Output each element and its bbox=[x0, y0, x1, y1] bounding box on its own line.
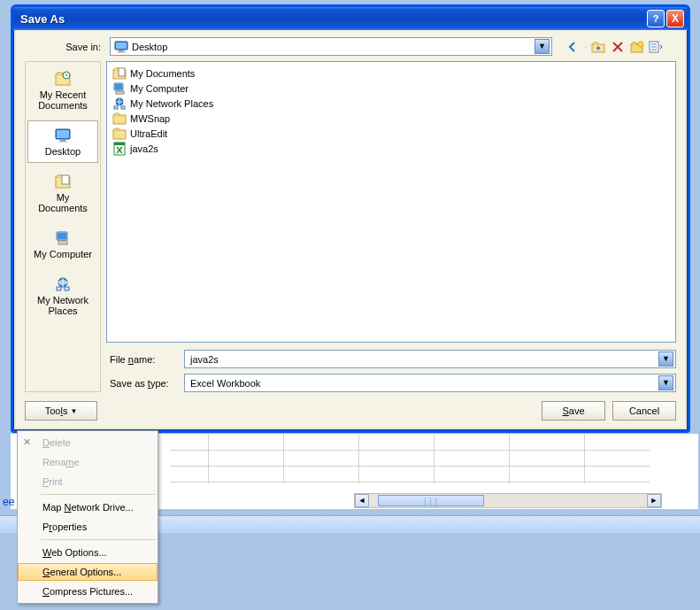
svg-rect-2 bbox=[119, 50, 124, 52]
saveastype-value: Excel Workbook bbox=[190, 378, 260, 389]
place-label: My Documents bbox=[32, 192, 94, 213]
svg-rect-29 bbox=[115, 84, 122, 89]
chevron-down-icon: ▼ bbox=[70, 407, 77, 415]
place-my-network[interactable]: My Network Places bbox=[27, 269, 98, 322]
mycomputer-icon bbox=[54, 229, 72, 247]
delete-icon: ✕ bbox=[23, 436, 31, 448]
svg-rect-15 bbox=[60, 140, 65, 142]
save-as-dialog: Save As ? X Save in: Desktop ▼ · bbox=[11, 4, 690, 433]
menu-delete: ✕ Delete bbox=[18, 433, 158, 452]
save-in-combo[interactable]: Desktop ▼ bbox=[110, 37, 552, 56]
svg-rect-25 bbox=[65, 287, 69, 290]
file-name: My Network Places bbox=[130, 98, 213, 109]
svg-point-6 bbox=[638, 42, 643, 47]
close-button[interactable]: X bbox=[666, 10, 684, 27]
menu-web-options[interactable]: Web Options... bbox=[18, 543, 158, 562]
svg-rect-21 bbox=[58, 241, 67, 244]
chevron-down-icon[interactable]: ▼ bbox=[535, 39, 550, 54]
scroll-thumb[interactable]: ┆┆┆ bbox=[378, 495, 484, 506]
file-name: java2s bbox=[130, 143, 158, 154]
menu-general-options[interactable]: General Options... bbox=[18, 563, 158, 581]
delete-icon[interactable] bbox=[610, 39, 626, 55]
save-in-value: Desktop bbox=[132, 42, 167, 52]
mycomputer-icon bbox=[112, 81, 127, 96]
folder-icon bbox=[112, 127, 127, 141]
menu-print: Print bbox=[18, 472, 158, 491]
file-name: My Documents bbox=[130, 68, 195, 79]
network-icon bbox=[112, 97, 127, 111]
svg-rect-33 bbox=[121, 106, 125, 109]
list-item[interactable]: My Documents bbox=[112, 66, 670, 81]
place-label: Desktop bbox=[45, 146, 81, 157]
svg-rect-20 bbox=[58, 233, 66, 239]
file-name: My Computer bbox=[130, 83, 188, 94]
dialog-title: Save As bbox=[20, 12, 645, 26]
save-button[interactable]: Save bbox=[542, 401, 605, 421]
desktop-icon bbox=[54, 127, 72, 144]
excel-icon bbox=[112, 142, 127, 156]
svg-rect-1 bbox=[116, 42, 127, 49]
list-item[interactable]: MWSnap bbox=[112, 111, 670, 126]
menu-separator bbox=[41, 539, 156, 540]
views-icon[interactable] bbox=[649, 39, 665, 55]
place-my-computer[interactable]: My Computer bbox=[27, 223, 98, 266]
network-icon bbox=[54, 275, 72, 293]
svg-rect-27 bbox=[119, 68, 125, 76]
menu-properties[interactable]: Properties bbox=[18, 517, 158, 537]
list-item[interactable]: My Network Places bbox=[112, 96, 670, 111]
scroll-right-icon[interactable]: ► bbox=[647, 494, 661, 507]
list-item[interactable]: UltraEdit bbox=[112, 126, 670, 141]
menu-separator bbox=[41, 494, 156, 495]
svg-rect-32 bbox=[114, 106, 118, 109]
new-folder-icon[interactable] bbox=[629, 39, 645, 55]
titlebar: Save As ? X bbox=[13, 7, 688, 30]
place-label: My Network Places bbox=[32, 295, 94, 316]
svg-rect-16 bbox=[58, 142, 67, 143]
file-name: MWSnap bbox=[130, 113, 170, 124]
place-label: My Recent Documents bbox=[32, 89, 94, 111]
svg-rect-14 bbox=[57, 130, 69, 138]
list-item[interactable]: My Computer bbox=[112, 81, 670, 96]
up-folder-icon[interactable] bbox=[590, 39, 606, 55]
places-bar: My Recent Documents Desktop My Documents… bbox=[25, 61, 101, 392]
place-label: My Computer bbox=[34, 249, 92, 259]
desktop-icon bbox=[114, 40, 128, 54]
place-my-documents[interactable]: My Documents bbox=[27, 166, 98, 220]
recent-icon bbox=[54, 70, 72, 88]
cancel-button[interactable]: Cancel bbox=[612, 401, 676, 421]
list-item[interactable]: java2s bbox=[112, 141, 670, 156]
sheet-tab-link[interactable]: ee bbox=[0, 496, 17, 508]
mydocs-icon bbox=[54, 173, 72, 190]
place-desktop[interactable]: Desktop bbox=[27, 120, 98, 163]
save-in-label: Save in: bbox=[25, 42, 104, 52]
svg-rect-24 bbox=[57, 287, 61, 290]
saveastype-label: Save as type: bbox=[106, 378, 177, 389]
menu-compress-pictures[interactable]: Compress Pictures... bbox=[18, 582, 158, 601]
filename-input[interactable]: java2s ▼ bbox=[184, 350, 676, 368]
horizontal-scrollbar[interactable]: ◄ ┆┆┆ ► bbox=[354, 493, 662, 508]
tools-button[interactable]: Tools▼ bbox=[25, 401, 97, 421]
chevron-down-icon[interactable]: ▼ bbox=[658, 351, 673, 367]
filename-label: File name: bbox=[106, 354, 177, 365]
help-button[interactable]: ? bbox=[647, 10, 665, 27]
svg-rect-37 bbox=[114, 143, 125, 145]
svg-rect-34 bbox=[113, 115, 126, 124]
tools-menu: ✕ Delete Rename Print Map Network Drive.… bbox=[17, 430, 158, 604]
back-icon[interactable] bbox=[565, 39, 581, 55]
menu-rename: Rename bbox=[18, 452, 158, 472]
svg-rect-18 bbox=[62, 175, 69, 184]
place-recent-documents[interactable]: My Recent Documents bbox=[27, 64, 98, 117]
svg-rect-35 bbox=[113, 130, 126, 139]
saveastype-combo[interactable]: Excel Workbook ▼ bbox=[184, 374, 676, 392]
file-name: UltraEdit bbox=[130, 128, 167, 139]
menu-map-network-drive[interactable]: Map Network Drive... bbox=[18, 498, 158, 517]
mydocs-icon bbox=[112, 66, 127, 81]
filename-value: java2s bbox=[190, 354, 219, 365]
svg-rect-30 bbox=[116, 91, 124, 94]
folder-icon bbox=[112, 112, 127, 126]
svg-rect-3 bbox=[117, 51, 126, 52]
chevron-down-icon[interactable]: ▼ bbox=[658, 375, 673, 390]
scroll-left-icon[interactable]: ◄ bbox=[355, 494, 369, 507]
file-list[interactable]: My Documents My Computer My Network Plac… bbox=[106, 61, 676, 343]
